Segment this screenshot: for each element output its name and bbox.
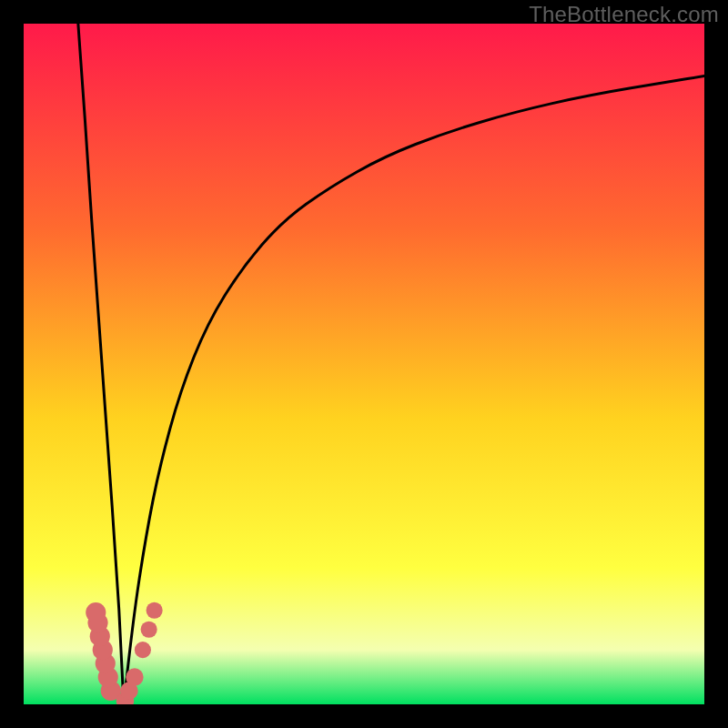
chart-svg — [24, 24, 704, 704]
chart-frame: TheBottleneck.com — [0, 0, 728, 728]
data-marker — [147, 602, 163, 619]
data-marker — [86, 602, 106, 622]
watermark-label: TheBottleneck.com — [529, 2, 719, 27]
plot-area — [24, 24, 704, 704]
data-marker — [135, 642, 151, 658]
gradient-background — [24, 24, 704, 704]
data-marker — [141, 622, 157, 638]
data-marker — [126, 668, 143, 685]
